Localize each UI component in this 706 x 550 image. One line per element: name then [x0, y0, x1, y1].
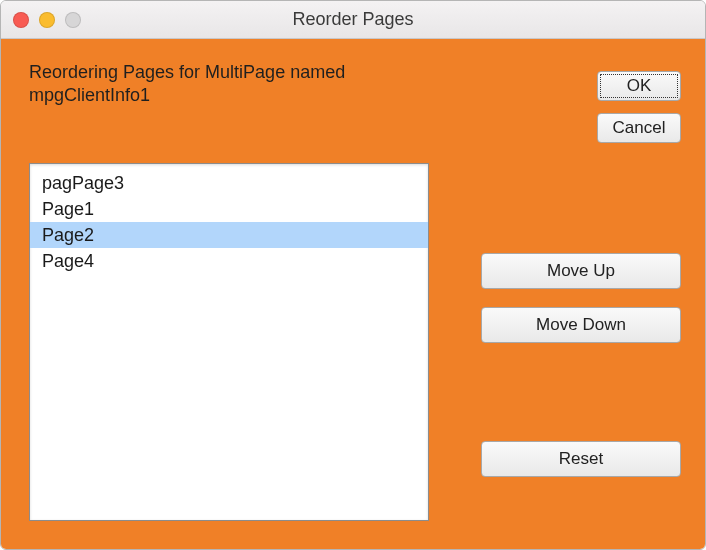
- heading-line-2: mpgClientInfo1: [29, 84, 389, 107]
- side-button-group: Move Up Move Down Reset: [481, 253, 681, 477]
- list-item[interactable]: pagPage3: [30, 170, 428, 196]
- reset-button[interactable]: Reset: [481, 441, 681, 477]
- reorder-heading: Reordering Pages for MultiPage named mpg…: [29, 61, 389, 106]
- zoom-window-icon: [65, 12, 81, 28]
- move-down-button[interactable]: Move Down: [481, 307, 681, 343]
- list-item[interactable]: Page2: [30, 222, 428, 248]
- window-controls: [13, 12, 81, 28]
- top-button-group: OK Cancel: [597, 71, 681, 143]
- cancel-button[interactable]: Cancel: [597, 113, 681, 143]
- dialog-content: Reordering Pages for MultiPage named mpg…: [1, 39, 705, 550]
- ok-button[interactable]: OK: [597, 71, 681, 101]
- move-up-button[interactable]: Move Up: [481, 253, 681, 289]
- minimize-window-icon[interactable]: [39, 12, 55, 28]
- list-item[interactable]: Page4: [30, 248, 428, 274]
- close-window-icon[interactable]: [13, 12, 29, 28]
- heading-line-1: Reordering Pages for MultiPage named: [29, 61, 389, 84]
- titlebar: Reorder Pages: [1, 1, 705, 39]
- pages-listbox[interactable]: pagPage3Page1Page2Page4: [29, 163, 429, 521]
- window-title: Reorder Pages: [292, 9, 413, 30]
- list-item[interactable]: Page1: [30, 196, 428, 222]
- reorder-pages-dialog: Reorder Pages Reordering Pages for Multi…: [0, 0, 706, 550]
